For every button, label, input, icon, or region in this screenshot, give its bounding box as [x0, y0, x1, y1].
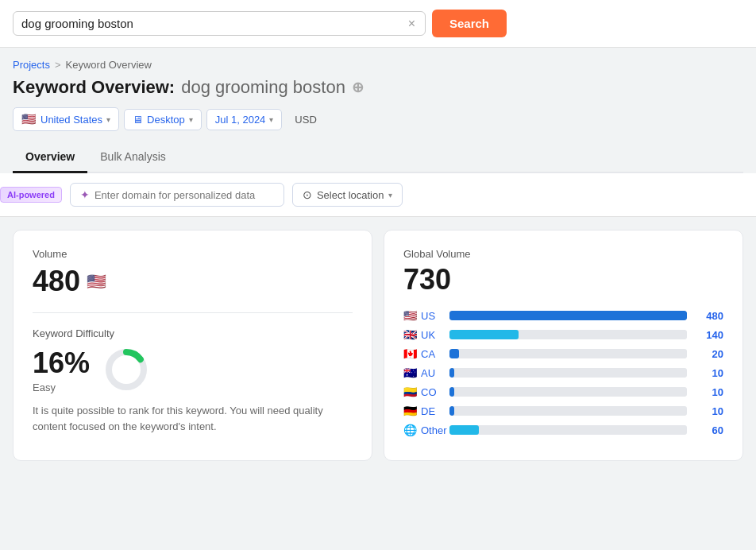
kd-description: It is quite possible to rank for this ke… — [33, 403, 353, 434]
search-input[interactable] — [21, 17, 402, 30]
device-label: Desktop — [147, 114, 185, 126]
search-button[interactable]: Search — [432, 10, 507, 37]
bar-row: 🌐 Other 60 — [403, 424, 723, 436]
country-flag: 🇺🇸 — [21, 112, 37, 126]
device-filter[interactable]: 🖥 Desktop ▾ — [124, 109, 202, 130]
bar-fill — [449, 349, 459, 358]
bar-value: 10 — [693, 386, 723, 398]
bar-row: 🇨🇦 CA 20 — [403, 347, 723, 360]
bar-value: 20 — [693, 348, 723, 360]
tabs-row: Overview Bulk Analysis — [13, 142, 743, 173]
volume-value: 480 🇺🇸 — [33, 265, 353, 298]
global-volume-label: Global Volume — [403, 248, 723, 260]
date-filter[interactable]: Jul 1, 2024 ▾ — [206, 109, 283, 130]
bar-code: AU — [421, 367, 435, 379]
bar-fill — [449, 387, 454, 397]
device-chevron: ▾ — [189, 115, 193, 124]
tab-overview[interactable]: Overview — [13, 142, 87, 173]
bar-country: 🇩🇪 DE — [403, 405, 443, 417]
search-wrapper: × — [13, 11, 426, 36]
donut-chart — [102, 346, 150, 393]
breadcrumb: Projects > Keyword Overview — [13, 48, 743, 77]
bar-flag: 🇬🇧 — [403, 328, 417, 341]
date-label: Jul 1, 2024 — [215, 114, 266, 126]
bar-flag: 🇦🇺 — [403, 366, 417, 379]
breadcrumb-projects[interactable]: Projects — [13, 59, 50, 71]
bar-fill — [449, 330, 519, 339]
bar-code: Other — [421, 424, 447, 436]
bar-value: 10 — [693, 367, 723, 379]
location-icon: ⊙ — [303, 188, 312, 201]
domain-input[interactable] — [94, 189, 274, 201]
volume-label: Volume — [33, 248, 353, 260]
bar-fill — [449, 311, 687, 320]
breadcrumb-separator: > — [55, 59, 61, 71]
device-icon: 🖥 — [133, 114, 143, 126]
bar-track — [449, 349, 687, 358]
volume-flag: 🇺🇸 — [87, 272, 106, 291]
currency-label: USD — [287, 110, 324, 130]
domain-bar: AI-powered ✦ ⊙ Select location ▾ — [0, 173, 756, 217]
bar-track — [449, 387, 687, 397]
kd-label: Keyword Difficulty — [33, 327, 353, 339]
main-content: Projects > Keyword Overview Keyword Over… — [0, 48, 756, 173]
bar-fill — [449, 406, 454, 416]
bar-fill — [449, 368, 454, 378]
bar-flag: 🇨🇦 — [403, 347, 417, 360]
country-bars: 🇺🇸 US 480 🇬🇧 UK 140 🇨🇦 CA — [403, 309, 723, 436]
bar-code: CO — [421, 386, 437, 398]
bar-track — [449, 368, 687, 378]
page-title-prefix: Keyword Overview: — [13, 77, 175, 98]
filters-row: 🇺🇸 United States ▾ 🖥 Desktop ▾ Jul 1, 20… — [13, 107, 743, 142]
bar-row: 🇺🇸 US 480 — [403, 309, 723, 322]
bar-flag: 🇺🇸 — [403, 309, 417, 322]
kd-row: 16% Easy — [33, 346, 353, 393]
bar-track — [449, 425, 687, 435]
bar-flag: 🇨🇴 — [403, 385, 417, 398]
kd-ease: Easy — [33, 382, 90, 393]
bar-value: 480 — [693, 310, 723, 322]
bar-country: 🇨🇦 CA — [403, 347, 443, 360]
bar-code: UK — [421, 329, 435, 341]
ai-powered-badge: AI-powered — [0, 187, 62, 203]
bar-flag: 🇩🇪 — [403, 405, 417, 417]
bar-code: CA — [421, 348, 435, 360]
bar-flag: 🌐 — [403, 424, 417, 436]
bar-fill — [449, 425, 479, 435]
add-keyword-icon[interactable]: ⊕ — [352, 79, 364, 96]
sparkle-icon: ✦ — [80, 188, 90, 201]
bar-row: 🇦🇺 AU 10 — [403, 366, 723, 379]
card-divider — [33, 312, 353, 313]
page-title: Keyword Overview: dog grooming boston ⊕ — [13, 77, 743, 107]
bar-country: 🇺🇸 US — [403, 309, 443, 322]
page-title-keyword: dog grooming boston — [181, 77, 345, 98]
bar-row: 🇨🇴 CO 10 — [403, 385, 723, 398]
bar-track — [449, 311, 687, 320]
left-card: Volume 480 🇺🇸 Keyword Difficulty 16% Eas… — [13, 230, 372, 461]
kd-value-wrap: 16% Easy — [33, 347, 90, 393]
bar-track — [449, 406, 687, 416]
bar-value: 140 — [693, 329, 723, 341]
location-select[interactable]: ⊙ Select location ▾ — [292, 183, 403, 207]
location-chevron: ▾ — [388, 191, 392, 199]
location-label: Select location — [317, 189, 384, 201]
bar-country: 🇨🇴 CO — [403, 385, 443, 398]
right-card: Global Volume 730 🇺🇸 US 480 🇬🇧 UK 140 🇨🇦 — [384, 230, 743, 461]
bar-row: 🇩🇪 DE 10 — [403, 405, 723, 417]
tab-bulk-analysis[interactable]: Bulk Analysis — [87, 142, 178, 173]
bar-country: 🌐 Other — [403, 424, 443, 436]
country-label: United States — [40, 114, 102, 126]
kd-value: 16% — [33, 347, 90, 380]
breadcrumb-current: Keyword Overview — [66, 59, 152, 71]
bar-code: DE — [421, 405, 435, 417]
top-bar: × Search — [0, 0, 756, 48]
bar-code: US — [421, 310, 435, 322]
bar-track — [449, 330, 687, 339]
bar-country: 🇬🇧 UK — [403, 328, 443, 341]
country-filter[interactable]: 🇺🇸 United States ▾ — [13, 107, 119, 131]
bar-row: 🇬🇧 UK 140 — [403, 328, 723, 341]
global-volume-value: 730 — [403, 263, 723, 296]
bar-country: 🇦🇺 AU — [403, 366, 443, 379]
country-chevron: ▾ — [106, 115, 110, 124]
clear-button[interactable]: × — [407, 17, 417, 30]
